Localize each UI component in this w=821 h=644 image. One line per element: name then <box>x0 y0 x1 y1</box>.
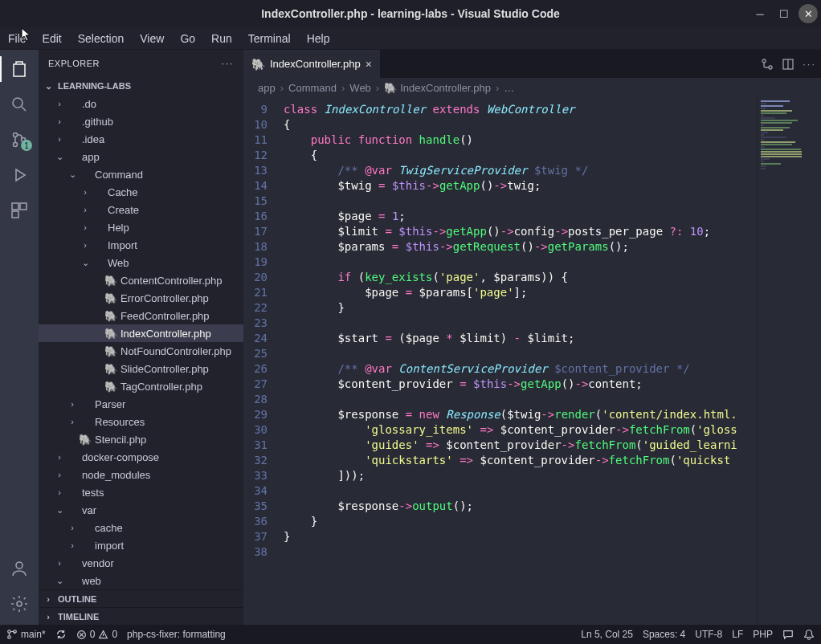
folder-icon <box>66 150 79 163</box>
menu-terminal[interactable]: Terminal <box>240 29 299 48</box>
timeline-section[interactable]: › TIMELINE <box>39 607 243 625</box>
project-section[interactable]: ⌄ LEARNING-LABS <box>39 77 243 95</box>
tab-active[interactable]: 🐘 IndexController.php × <box>243 50 381 78</box>
tree-item[interactable]: ›Resources <box>39 413 243 430</box>
tree-item-label: import <box>95 540 124 552</box>
tree-item[interactable]: ›.idea <box>39 130 243 148</box>
close-button[interactable]: ✕ <box>799 4 818 23</box>
blank-icon <box>92 362 104 375</box>
tree-item-label: Command <box>95 169 143 181</box>
php-icon: 🐘 <box>251 58 265 71</box>
menu-file[interactable]: File <box>3 29 35 48</box>
folder-icon <box>79 521 92 534</box>
menu-edit[interactable]: Edit <box>35 29 70 48</box>
breadcrumb-item[interactable]: app <box>258 82 276 94</box>
tab-bar: 🐘 IndexController.php × ··· <box>243 50 821 78</box>
tree-item[interactable]: 🐘SlideController.php <box>39 360 243 377</box>
tree-item[interactable]: ›tests <box>39 483 243 501</box>
compare-icon[interactable] <box>761 58 774 71</box>
tree-item-label: docker-compose <box>82 451 159 463</box>
chevron-right-icon: › <box>42 593 55 605</box>
svg-point-12 <box>8 630 11 634</box>
debug-icon[interactable] <box>6 162 32 188</box>
blank-icon <box>92 274 104 287</box>
tree-item[interactable]: 🐘Stencil.php <box>39 430 243 448</box>
tree-item-label: ContentController.php <box>120 275 222 287</box>
tree-item[interactable]: ⌄app <box>39 148 243 165</box>
code-content[interactable]: class IndexController extends WebControl… <box>284 97 757 625</box>
blank-icon <box>92 309 104 322</box>
php-icon: 🐘 <box>79 433 92 446</box>
tree-item[interactable]: ⌄var <box>39 501 243 519</box>
tree-item[interactable]: ›.do <box>39 95 243 112</box>
chevron-right-icon: › <box>66 539 79 552</box>
branch-item[interactable]: main* <box>6 629 46 640</box>
menu-run[interactable]: Run <box>203 29 240 48</box>
tree-item[interactable]: ›Import <box>39 236 243 254</box>
menu-view[interactable]: View <box>132 29 172 48</box>
tree-item[interactable]: ›node_modules <box>39 466 243 483</box>
tree-item[interactable]: ⌄web <box>39 572 243 589</box>
tree-item[interactable]: ›Parser <box>39 395 243 413</box>
window-title: IndexController.php - learning-labs - Vi… <box>261 7 560 20</box>
sync-item[interactable] <box>55 629 67 640</box>
eol-item[interactable]: LF <box>732 629 743 640</box>
breadcrumb-item[interactable]: … <box>504 82 514 94</box>
tree-item[interactable]: 🐘ContentController.php <box>39 271 243 289</box>
tree-item[interactable]: ›import <box>39 536 243 554</box>
bell-icon[interactable] <box>803 629 815 640</box>
svg-point-1 <box>14 133 18 137</box>
chevron-right-icon: › <box>53 468 66 481</box>
maximize-button[interactable]: ☐ <box>774 4 794 23</box>
blank-icon <box>92 344 104 357</box>
indent-item[interactable]: Spaces: 4 <box>643 629 685 640</box>
folder-icon <box>66 556 79 569</box>
split-editor-icon[interactable] <box>782 58 794 71</box>
tree-item[interactable]: 🐘ErrorController.php <box>39 289 243 307</box>
tree-item[interactable]: 🐘NotFoundController.php <box>39 342 243 360</box>
menu-go[interactable]: Go <box>172 29 203 48</box>
tree-item[interactable]: ⌄Web <box>39 254 243 271</box>
tree-item[interactable]: ›vendor <box>39 554 243 572</box>
tree-item[interactable]: ›cache <box>39 519 243 536</box>
chevron-down-icon: ⌄ <box>66 168 79 181</box>
problems-item[interactable]: 0 0 <box>76 629 117 640</box>
source-control-icon[interactable]: 1 <box>6 127 32 153</box>
settings-gear-icon[interactable] <box>6 591 32 617</box>
tree-item-label: .idea <box>82 133 104 145</box>
encoding-item[interactable]: UTF-8 <box>695 629 722 640</box>
minimize-button[interactable]: ─ <box>750 4 770 23</box>
menu-selection[interactable]: Selection <box>70 29 133 48</box>
tree-item[interactable]: 🐘FeedController.php <box>39 307 243 324</box>
breadcrumb-item[interactable]: Command <box>288 82 337 94</box>
tree-item[interactable]: ›docker-compose <box>39 448 243 466</box>
svg-point-9 <box>762 59 766 63</box>
account-icon[interactable] <box>6 556 32 581</box>
tree-item[interactable]: ›Create <box>39 201 243 218</box>
explorer-icon[interactable] <box>6 56 32 82</box>
more-icon[interactable]: ··· <box>803 58 816 70</box>
tree-item[interactable]: ›Help <box>39 218 243 236</box>
tree-item[interactable]: ›Cache <box>39 183 243 201</box>
tree-item[interactable]: 🐘IndexController.php <box>39 324 243 342</box>
timeline-label: TIMELINE <box>58 612 99 622</box>
minimap[interactable] <box>757 97 821 625</box>
formatter-item[interactable]: php-cs-fixer: formatting <box>127 629 226 640</box>
cursor-position[interactable]: Ln 5, Col 25 <box>581 629 633 640</box>
close-icon[interactable]: × <box>366 58 372 71</box>
breadcrumb-item[interactable]: 🐘IndexController.php <box>384 82 491 94</box>
tree-item[interactable]: ›.github <box>39 112 243 130</box>
extensions-icon[interactable] <box>6 198 32 223</box>
menu-help[interactable]: Help <box>299 29 338 48</box>
feedback-icon[interactable] <box>782 629 794 640</box>
outline-section[interactable]: › OUTLINE <box>39 589 243 607</box>
lang-item[interactable]: PHP <box>753 629 773 640</box>
tree-item[interactable]: 🐘TagController.php <box>39 377 243 395</box>
more-icon[interactable]: ··· <box>222 59 234 68</box>
chevron-right-icon: › <box>79 238 92 251</box>
tree-item[interactable]: ⌄Command <box>39 165 243 183</box>
search-icon[interactable] <box>6 92 32 117</box>
breadcrumb-item[interactable]: Web <box>349 82 371 94</box>
tree-item-label: tests <box>82 487 104 499</box>
breadcrumb[interactable]: app›Command›Web›🐘IndexController.php›… <box>243 78 821 97</box>
